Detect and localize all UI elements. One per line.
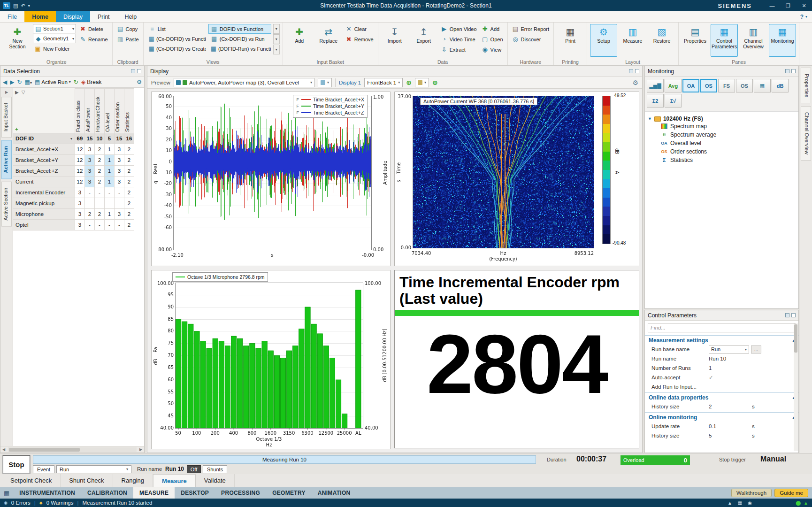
pane-tab-channel-overview[interactable]: Channel Overview [801, 106, 811, 161]
menu-tab-help[interactable]: Help [117, 11, 145, 22]
find-input[interactable] [648, 323, 796, 332]
cell-value[interactable]: 3 [115, 144, 124, 155]
param-value[interactable]: 2 [709, 404, 752, 409]
tree-expand-icon[interactable]: ▼ [648, 116, 652, 121]
db-button[interactable]: dB [772, 79, 789, 92]
vertical-scrollbar[interactable] [794, 323, 798, 451]
view-button[interactable]: ◉View [480, 45, 505, 54]
cell-value[interactable]: 3 [75, 220, 85, 230]
column-header-autopower[interactable]: AutoPower [85, 88, 95, 133]
collapse-icon[interactable]: ▶ [5, 90, 8, 94]
cell-value[interactable]: 12 [75, 144, 85, 155]
display-settings-gear-icon[interactable]: ⚙ [632, 79, 638, 86]
layout-dropdown[interactable]: FrontBack 1▾ [364, 78, 403, 87]
tree-item-overall-level[interactable]: OAOverall level [648, 139, 796, 147]
cell-value[interactable]: 3 [75, 187, 85, 198]
cell-value[interactable]: 2 [124, 220, 134, 230]
pane-float-icon[interactable] [785, 313, 789, 317]
copy-button[interactable]: ▤Copy [115, 24, 140, 34]
refresh-icon[interactable]: ↻ [17, 79, 22, 85]
horizontal-scrollbar[interactable]: ◀ ▶ [0, 446, 144, 453]
cell-value[interactable]: - [105, 198, 115, 209]
cell-value[interactable]: - [105, 187, 115, 198]
param-value[interactable]: 0.1 [709, 423, 752, 429]
new-folder-button[interactable]: ▣New Folder [33, 44, 76, 54]
open-button[interactable]: ▢Open [480, 34, 505, 44]
spectrum-average-button[interactable]: Avg [665, 79, 682, 92]
nav-item-measure[interactable]: MEASURE [133, 487, 175, 499]
order-sections-button[interactable]: OS [700, 79, 717, 92]
nav-item-animation[interactable]: ANIMATION [312, 487, 357, 499]
view-cx-dofid-vs-creator[interactable]: ▦(Cx-DOFID) vs Creator [146, 44, 207, 54]
source-dropdown[interactable]: AutoPower, AutoPower map (3), Overall Le… [174, 78, 314, 87]
cell-value[interactable]: 2 [95, 144, 105, 155]
tree-item-statistics[interactable]: ΣStatistics [648, 156, 796, 164]
table-row[interactable]: Microphone322132 [13, 209, 144, 220]
tree-root-item[interactable]: ▼ 102400 Hz (FS) [648, 115, 796, 122]
pane-maximize-icon[interactable] [791, 313, 796, 317]
spectrogram-chart[interactable]: AutoPower Current WF 368 [0.076061-36.77… [394, 92, 639, 266]
cell-value[interactable]: 2 [95, 155, 105, 166]
view-dropdown-icon[interactable]: ▾ [273, 24, 280, 34]
cell-value[interactable]: 2 [124, 144, 134, 155]
maximize-button[interactable]: ❐ [780, 0, 796, 11]
clear-log-icon[interactable]: ▦ [738, 500, 742, 506]
cell-value[interactable]: 3 [115, 209, 124, 220]
table-row[interactable]: Magnetic pickup3----2 [13, 198, 144, 209]
cell-value[interactable]: - [95, 198, 105, 209]
add-row-icon[interactable]: + [15, 126, 18, 132]
cell-value[interactable]: - [85, 220, 95, 230]
scope-dropdown[interactable]: ▤ Active Run ▾ [35, 79, 71, 85]
dofid-header[interactable]: DOF ID▾ [13, 133, 75, 144]
cell-value[interactable]: 12 [75, 166, 85, 177]
nav-item-geometry[interactable]: GEOMETRY [266, 487, 312, 499]
paste-button[interactable]: ▥Paste [115, 34, 140, 44]
tree-item-spectrum-map[interactable]: Spectrum map [648, 122, 796, 131]
cell-value[interactable]: 1 [105, 166, 115, 177]
column-header-order-section[interactable]: Order section [115, 88, 124, 133]
param-value[interactable]: Run 10 [709, 356, 752, 361]
section-header-measurement-settings[interactable]: Measurement settings▴ [645, 335, 798, 345]
run-dropdown[interactable]: Run▾ [56, 465, 131, 473]
pane-float-icon[interactable] [629, 69, 633, 73]
table-row[interactable]: Incremental Encoder3----2 [13, 187, 144, 198]
back-icon[interactable]: ◀ [3, 79, 7, 85]
param-checkmark[interactable]: ✓ [709, 374, 752, 381]
format-dropdown[interactable]: ▾ [415, 78, 429, 87]
add-button[interactable]: ✚Add [286, 24, 313, 57]
waterfall-button[interactable]: ▦ [754, 79, 771, 92]
view-dropdown-icon[interactable]: ▾ [273, 45, 280, 54]
cell-value[interactable]: 2 [124, 198, 134, 209]
column-header-oa-level[interactable]: OA-level [105, 88, 115, 133]
view-dropdown-icon[interactable]: ▾ [273, 34, 280, 44]
channel-overview-button[interactable]: ▥Channel Overview [740, 24, 767, 57]
param-value[interactable]: 1 [709, 365, 752, 371]
nav-item-instrumentation[interactable]: INSTRUMENTATION [13, 487, 81, 499]
view-cx-dofid-vs-function[interactable]: ▦(Cx-DOFID) vs Function [146, 34, 207, 44]
cell-value[interactable]: 3 [75, 198, 85, 209]
measure-button[interactable]: ▥Measure [619, 24, 646, 57]
sigma-sqrt-button[interactable]: Σ√ [665, 94, 682, 108]
control-parameters-button[interactable]: ▦Control Parameters [711, 24, 738, 57]
cell-value[interactable]: 1 [105, 155, 115, 166]
qat-dropdown-icon[interactable]: ▾ [28, 4, 30, 8]
print-button[interactable]: ▦Print [557, 24, 584, 57]
workflow-grid-icon[interactable]: ▦ [0, 487, 13, 499]
expand-icon[interactable]: ▶ [15, 90, 19, 95]
time-waveform-canvas[interactable] [152, 92, 390, 266]
cell-value[interactable]: 1 [105, 144, 115, 155]
spectrum-map-button[interactable]: ▂▅▇ [647, 79, 664, 92]
view-list[interactable]: ≡List [146, 24, 207, 34]
cell-value[interactable]: 2 [95, 177, 105, 187]
mode-tab-ranging[interactable]: Ranging [113, 474, 153, 487]
cell-value[interactable]: 3 [115, 177, 124, 187]
pane-tab-properties[interactable]: Properties [801, 68, 811, 103]
cell-value[interactable]: 3 [75, 209, 85, 220]
section-header-online-monitoring[interactable]: Online monitoring▴ [645, 412, 798, 422]
close-button[interactable]: ✕ [796, 0, 812, 11]
cell-value[interactable]: - [115, 198, 124, 209]
auto-refresh-icon[interactable]: ↻ [74, 79, 78, 85]
column-header-hardwarecheck[interactable]: HardwareCheck [95, 88, 105, 133]
nav-item-calibration[interactable]: CALIBRATION [81, 487, 133, 499]
error-report-button[interactable]: ▤Error Report [511, 24, 551, 34]
